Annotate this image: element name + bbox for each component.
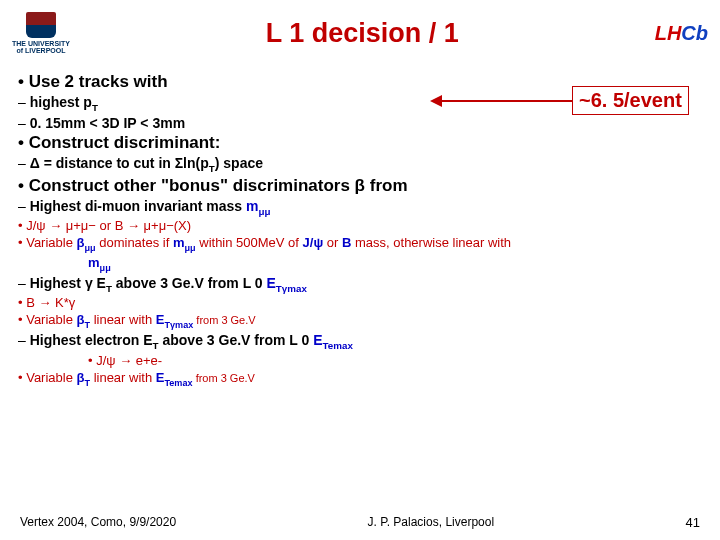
bullet-construct: Construct discriminant: — [18, 133, 702, 153]
bullet-b-kstar: B → K*γ — [18, 295, 702, 310]
footer-left: Vertex 2004, Como, 9/9/2020 — [20, 515, 176, 530]
bullet-gamma: Highest γ ET above 3 Ge.V from L 0 ETγma… — [18, 275, 702, 294]
bullet-electron: Highest electron ET above 3 Ge.V from L … — [18, 332, 702, 351]
slide-footer: Vertex 2004, Como, 9/9/2020 J. P. Palaci… — [0, 515, 720, 530]
bullet-var-bT-elec: Variable βT linear with ETemax from 3 Ge… — [18, 370, 702, 388]
bullet-ip: 0. 15mm < 3D IP < 3mm — [18, 115, 702, 131]
slide-header: THE UNIVERSITY of LIVERPOOL L 1 decision… — [0, 0, 720, 62]
uni-line2: of LIVERPOOL — [16, 47, 65, 54]
crest-icon — [26, 12, 56, 38]
page-number: 41 — [686, 515, 700, 530]
university-logo: THE UNIVERSITY of LIVERPOOL — [12, 12, 70, 54]
slide-title: L 1 decision / 1 — [70, 18, 655, 49]
bullet-var-bT-gamma: Variable βT linear with ETγmax from 3 Ge… — [18, 312, 702, 330]
arrow-left-icon — [430, 95, 442, 107]
footer-center: J. P. Palacios, Liverpool — [368, 515, 495, 530]
arrow-line — [442, 100, 572, 102]
bullet-dimuon: Highest di-muon invariant mass mμμ — [18, 198, 702, 217]
event-rate-callout: ~6. 5/event — [430, 86, 689, 115]
bullet-var-bmm: Variable βμμ dominates if mμμ within 500… — [18, 235, 702, 253]
bullet-var-bmm-cont: mμμ — [88, 255, 702, 273]
bullet-jpsi-ee: J/ψ → e+e- — [88, 353, 702, 368]
callout-box: ~6. 5/event — [572, 86, 689, 115]
uni-line1: THE UNIVERSITY — [12, 40, 70, 47]
bullet-jpsi-mumu: J/ψ → μ+μ− or B → μ+μ−(X) — [18, 218, 702, 233]
bullet-delta: Δ = distance to cut in Σln(pT) space — [18, 155, 702, 174]
lhcb-logo: LHCb — [655, 22, 708, 45]
bullet-bonus: Construct other "bonus" discriminators β… — [18, 176, 702, 196]
